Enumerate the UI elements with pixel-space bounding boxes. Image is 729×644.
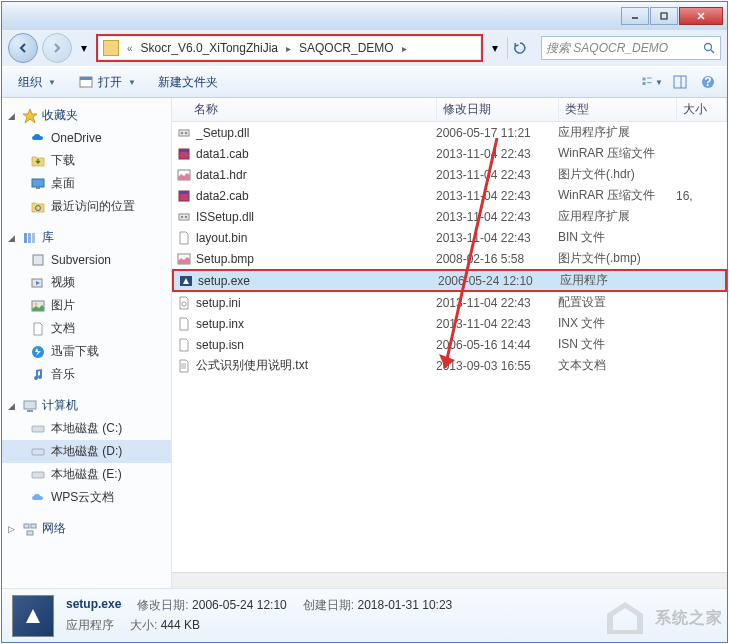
search-icon[interactable] xyxy=(698,42,720,55)
help-button[interactable]: ? xyxy=(697,71,719,93)
dropdown-icon: ▼ xyxy=(48,78,56,87)
file-row[interactable]: Setup.bmp2008-02-16 5:58图片文件(.bmp) xyxy=(172,248,727,269)
sidebar-item-pictures[interactable]: 图片 xyxy=(2,294,171,317)
svg-rect-42 xyxy=(179,191,189,194)
column-type[interactable]: 类型 xyxy=(559,98,677,121)
sidebar-favorites-header[interactable]: ◢收藏夹 xyxy=(2,104,171,127)
preview-pane-button[interactable] xyxy=(669,71,691,93)
horizontal-scrollbar[interactable] xyxy=(172,572,727,588)
dropdown-icon: ▼ xyxy=(655,78,663,87)
column-headers: 名称 修改日期 类型 大小 xyxy=(172,98,727,122)
cloud-icon xyxy=(30,130,46,146)
nav-history-dropdown[interactable]: ▾ xyxy=(76,36,92,60)
sidebar-item-disk-d[interactable]: 本地磁盘 (D:) xyxy=(2,440,171,463)
file-thumbnail xyxy=(12,595,54,637)
breadcrumb-dropdown[interactable]: ▾ xyxy=(487,36,503,60)
svg-rect-32 xyxy=(24,524,29,528)
new-folder-button[interactable]: 新建文件夹 xyxy=(150,71,226,94)
sidebar-item-wps-cloud[interactable]: WPS云文档 xyxy=(2,486,171,509)
dll-icon xyxy=(176,125,192,141)
image-icon xyxy=(176,167,192,183)
file-row[interactable]: layout.bin2013-11-04 22:43BIN 文件 xyxy=(172,227,727,248)
svg-rect-19 xyxy=(24,233,27,243)
sidebar-item-disk-c[interactable]: 本地磁盘 (C:) xyxy=(2,417,171,440)
file-icon xyxy=(176,230,192,246)
sidebar-item-desktop[interactable]: 桌面 xyxy=(2,172,171,195)
file-list: _Setup.dll2006-05-17 11:21应用程序扩展 data1.c… xyxy=(172,122,727,572)
document-icon xyxy=(30,321,46,337)
search-input[interactable]: 搜索 SAQOCR_DEMO xyxy=(541,36,721,60)
file-row[interactable]: setup.inx2013-11-04 22:43INX 文件 xyxy=(172,313,727,334)
svg-rect-1 xyxy=(661,13,667,19)
sidebar-network-header[interactable]: ▷网络 xyxy=(2,517,171,540)
details-filename: setup.exe xyxy=(66,597,121,614)
view-options-button[interactable]: ▼ xyxy=(641,71,663,93)
sidebar-item-documents[interactable]: 文档 xyxy=(2,317,171,340)
svg-rect-12 xyxy=(674,76,686,88)
expand-icon: ▷ xyxy=(8,524,18,534)
maximize-button[interactable] xyxy=(650,7,678,25)
forward-button[interactable] xyxy=(42,33,72,63)
search-placeholder: 搜索 SAQOCR_DEMO xyxy=(542,40,698,57)
svg-point-36 xyxy=(181,131,184,134)
sidebar-computer-header[interactable]: ◢计算机 xyxy=(2,394,171,417)
sidebar-item-subversion[interactable]: Subversion xyxy=(2,249,171,271)
column-name[interactable]: 名称 xyxy=(172,98,437,121)
refresh-button[interactable] xyxy=(507,37,531,59)
chevron-icon[interactable]: « xyxy=(127,43,133,54)
svg-rect-8 xyxy=(643,77,646,80)
organize-button[interactable]: 组织▼ xyxy=(10,71,64,94)
collapse-icon: ◢ xyxy=(8,111,18,121)
close-button[interactable] xyxy=(679,7,723,25)
breadcrumb-segment[interactable]: Skocr_V6.0_XiTongZhiJia xyxy=(137,39,282,57)
details-created: 2018-01-31 10:23 xyxy=(357,598,452,612)
sidebar-item-onedrive[interactable]: OneDrive xyxy=(2,127,171,149)
sidebar-item-music[interactable]: 音乐 xyxy=(2,363,171,386)
sidebar-item-xunlei[interactable]: 迅雷下载 xyxy=(2,340,171,363)
xunlei-icon xyxy=(30,344,46,360)
file-row[interactable]: setup.isn2006-05-16 14:44ISN 文件 xyxy=(172,334,727,355)
svg-point-4 xyxy=(704,43,711,50)
sidebar-libraries-header[interactable]: ◢库 xyxy=(2,226,171,249)
back-button[interactable] xyxy=(8,33,38,63)
svg-point-45 xyxy=(185,215,188,218)
open-button[interactable]: 打开▼ xyxy=(70,71,144,94)
svg-rect-39 xyxy=(179,149,189,152)
file-row[interactable]: data1.hdr2013-11-04 22:43图片文件(.hdr) xyxy=(172,164,727,185)
sidebar-item-disk-e[interactable]: 本地磁盘 (E:) xyxy=(2,463,171,486)
column-size[interactable]: 大小 xyxy=(677,98,727,121)
collapse-icon: ◢ xyxy=(8,233,18,243)
sidebar-item-downloads[interactable]: 下载 xyxy=(2,149,171,172)
details-moddate-label: 修改日期: xyxy=(137,598,188,612)
music-icon xyxy=(30,367,46,383)
file-row-selected[interactable]: setup.exe2006-05-24 12:10应用程序 xyxy=(172,269,727,292)
file-row[interactable]: setup.ini2013-11-04 22:43配置设置 xyxy=(172,292,727,313)
breadcrumb-segment[interactable]: SAQOCR_DEMO xyxy=(295,39,398,57)
network-icon xyxy=(22,521,38,537)
svg-rect-7 xyxy=(80,77,92,80)
sidebar-item-videos[interactable]: 视频 xyxy=(2,271,171,294)
svg-rect-29 xyxy=(32,426,44,432)
sidebar: ◢收藏夹 OneDrive 下载 桌面 最近访问的位置 ◢库 Subversio… xyxy=(2,98,172,588)
column-date[interactable]: 修改日期 xyxy=(437,98,559,121)
chevron-right-icon[interactable]: ▸ xyxy=(402,43,407,54)
file-row[interactable]: data1.cab2013-11-04 22:43WinRAR 压缩文件 xyxy=(172,143,727,164)
file-row[interactable]: data2.cab2013-11-04 22:43WinRAR 压缩文件16, xyxy=(172,185,727,206)
text-icon xyxy=(176,358,192,374)
file-row[interactable]: 公式识别使用说明.txt2013-09-03 16:55文本文档 xyxy=(172,355,727,376)
svg-text:?: ? xyxy=(704,75,711,89)
file-icon xyxy=(176,337,192,353)
sidebar-item-recent[interactable]: 最近访问的位置 xyxy=(2,195,171,218)
file-row[interactable]: ISSetup.dll2013-11-04 22:43应用程序扩展 xyxy=(172,206,727,227)
disk-icon xyxy=(30,421,46,437)
svg-rect-28 xyxy=(27,410,33,412)
file-row[interactable]: _Setup.dll2006-05-17 11:21应用程序扩展 xyxy=(172,122,727,143)
exe-icon xyxy=(178,273,194,289)
breadcrumb[interactable]: « Skocr_V6.0_XiTongZhiJia ▸ SAQOCR_DEMO … xyxy=(99,37,480,59)
chevron-right-icon[interactable]: ▸ xyxy=(286,43,291,54)
svg-rect-33 xyxy=(31,524,36,528)
svg-rect-35 xyxy=(179,130,189,136)
details-size: 444 KB xyxy=(161,618,200,632)
svg-rect-43 xyxy=(179,214,189,220)
minimize-button[interactable] xyxy=(621,7,649,25)
